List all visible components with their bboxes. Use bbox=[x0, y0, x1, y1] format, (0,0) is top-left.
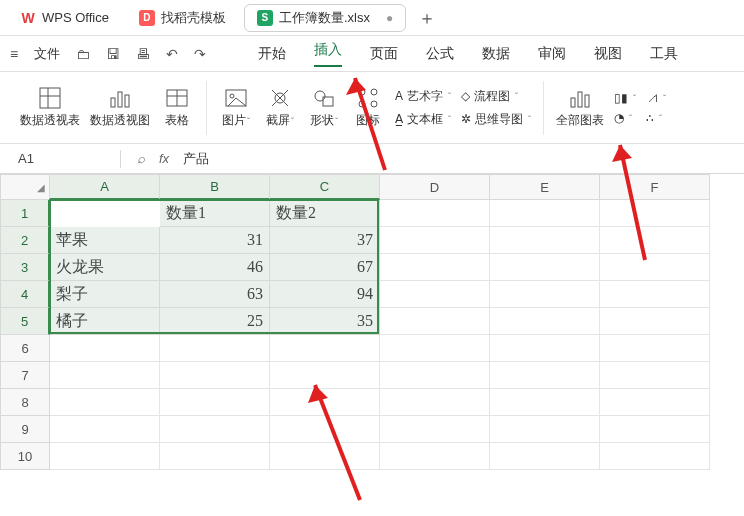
cell[interactable] bbox=[600, 389, 710, 416]
cell[interactable] bbox=[490, 308, 600, 335]
select-all-corner[interactable]: ◢ bbox=[0, 174, 50, 200]
document-tab[interactable]: S 工作簿数量.xlsx ● bbox=[244, 4, 406, 32]
row-header[interactable]: 3 bbox=[0, 254, 50, 281]
cell[interactable] bbox=[270, 416, 380, 443]
cell[interactable]: 苹果 bbox=[50, 227, 160, 254]
cell[interactable] bbox=[380, 362, 490, 389]
cell[interactable] bbox=[270, 335, 380, 362]
cell[interactable] bbox=[380, 254, 490, 281]
cell[interactable]: 数量2 bbox=[270, 200, 380, 227]
tab-data[interactable]: 数据 bbox=[482, 45, 510, 63]
cell[interactable]: 37 bbox=[270, 227, 380, 254]
close-tab-icon[interactable]: ● bbox=[386, 11, 393, 25]
cell[interactable] bbox=[600, 443, 710, 470]
fx-icon[interactable]: fx bbox=[159, 151, 169, 166]
cell[interactable] bbox=[50, 335, 160, 362]
cell[interactable] bbox=[160, 443, 270, 470]
spreadsheet-grid[interactable]: ◢ABCDEF1产品数量1数量22苹果31373火龙果46674梨子63945橘… bbox=[0, 174, 744, 470]
cell[interactable]: 梨子 bbox=[50, 281, 160, 308]
mindmap-button[interactable]: ✲思维导图ˇ bbox=[461, 111, 531, 128]
cell[interactable] bbox=[160, 389, 270, 416]
cell[interactable] bbox=[50, 362, 160, 389]
cell[interactable] bbox=[600, 200, 710, 227]
tab-page[interactable]: 页面 bbox=[370, 45, 398, 63]
cell[interactable]: 67 bbox=[270, 254, 380, 281]
tab-insert[interactable]: 插入 bbox=[314, 41, 342, 67]
shapes-button[interactable]: 形状ˇ bbox=[307, 86, 341, 129]
row-header[interactable]: 1 bbox=[0, 200, 50, 227]
cell[interactable]: 46 bbox=[160, 254, 270, 281]
file-menu[interactable]: 文件 bbox=[34, 45, 60, 63]
row-header[interactable]: 8 bbox=[0, 389, 50, 416]
cell[interactable]: 94 bbox=[270, 281, 380, 308]
column-header[interactable]: A bbox=[50, 174, 160, 200]
name-box[interactable]: A1 bbox=[0, 151, 120, 166]
row-header[interactable]: 2 bbox=[0, 227, 50, 254]
redo-icon[interactable]: ↷ bbox=[194, 46, 206, 62]
all-charts-button[interactable]: 全部图表 bbox=[556, 86, 604, 129]
open-icon[interactable]: 🗀 bbox=[76, 46, 90, 62]
iconlib-button[interactable]: 图标 bbox=[351, 86, 385, 129]
textbox-button[interactable]: A̲文本框ˇ bbox=[395, 111, 451, 128]
cell[interactable] bbox=[160, 335, 270, 362]
cell[interactable] bbox=[600, 308, 710, 335]
cell[interactable] bbox=[160, 416, 270, 443]
cell[interactable] bbox=[490, 200, 600, 227]
row-header[interactable]: 5 bbox=[0, 308, 50, 335]
column-header[interactable]: F bbox=[600, 174, 710, 200]
app-tab[interactable]: W WPS Office bbox=[8, 6, 121, 30]
cell[interactable] bbox=[380, 389, 490, 416]
cell[interactable] bbox=[600, 416, 710, 443]
formula-value[interactable]: 产品 bbox=[183, 150, 209, 168]
cell[interactable] bbox=[270, 389, 380, 416]
cell[interactable] bbox=[380, 335, 490, 362]
scatter-chart-button[interactable]: ∴ˇ bbox=[646, 111, 666, 125]
picture-button[interactable]: 图片ˇ bbox=[219, 86, 253, 129]
row-header[interactable]: 10 bbox=[0, 443, 50, 470]
add-tab-button[interactable]: ＋ bbox=[418, 6, 436, 30]
cell[interactable] bbox=[380, 416, 490, 443]
cell[interactable] bbox=[600, 335, 710, 362]
cell[interactable] bbox=[490, 335, 600, 362]
tab-view[interactable]: 视图 bbox=[594, 45, 622, 63]
cell[interactable] bbox=[600, 362, 710, 389]
undo-icon[interactable]: ↶ bbox=[166, 46, 178, 62]
column-chart-button[interactable]: ▯▮ˇ bbox=[614, 91, 636, 105]
cell[interactable] bbox=[50, 443, 160, 470]
cell[interactable]: 35 bbox=[270, 308, 380, 335]
cell[interactable] bbox=[490, 416, 600, 443]
cell[interactable]: 火龙果 bbox=[50, 254, 160, 281]
cell[interactable] bbox=[600, 281, 710, 308]
cell[interactable] bbox=[490, 389, 600, 416]
table-button[interactable]: 表格 bbox=[160, 86, 194, 129]
cell[interactable]: 25 bbox=[160, 308, 270, 335]
cell[interactable] bbox=[600, 254, 710, 281]
cell[interactable] bbox=[600, 227, 710, 254]
cell[interactable] bbox=[380, 308, 490, 335]
cell[interactable]: 橘子 bbox=[50, 308, 160, 335]
screenshot-button[interactable]: 截屏ˇ bbox=[263, 86, 297, 129]
cell[interactable] bbox=[490, 362, 600, 389]
cell[interactable] bbox=[270, 362, 380, 389]
hamburger-icon[interactable]: ≡ bbox=[10, 46, 18, 62]
pivot-chart-button[interactable]: 数据透视图 bbox=[90, 86, 150, 129]
cell[interactable] bbox=[490, 254, 600, 281]
search-icon[interactable]: ⌕ bbox=[137, 151, 145, 166]
save-icon[interactable]: 🖫 bbox=[106, 46, 120, 62]
column-header[interactable]: B bbox=[160, 174, 270, 200]
cell[interactable]: 数量1 bbox=[160, 200, 270, 227]
column-header[interactable]: C bbox=[270, 174, 380, 200]
column-header[interactable]: E bbox=[490, 174, 600, 200]
column-header[interactable]: D bbox=[380, 174, 490, 200]
tab-tools[interactable]: 工具 bbox=[650, 45, 678, 63]
cell[interactable]: 产品 bbox=[50, 200, 160, 227]
cell[interactable] bbox=[50, 416, 160, 443]
wordart-button[interactable]: A艺术字ˇ bbox=[395, 88, 451, 105]
template-tab[interactable]: D 找稻壳模板 bbox=[127, 5, 238, 31]
cell[interactable] bbox=[270, 443, 380, 470]
row-header[interactable]: 9 bbox=[0, 416, 50, 443]
row-header[interactable]: 4 bbox=[0, 281, 50, 308]
tab-review[interactable]: 审阅 bbox=[538, 45, 566, 63]
print-icon[interactable]: 🖶 bbox=[136, 46, 150, 62]
cell[interactable] bbox=[380, 200, 490, 227]
